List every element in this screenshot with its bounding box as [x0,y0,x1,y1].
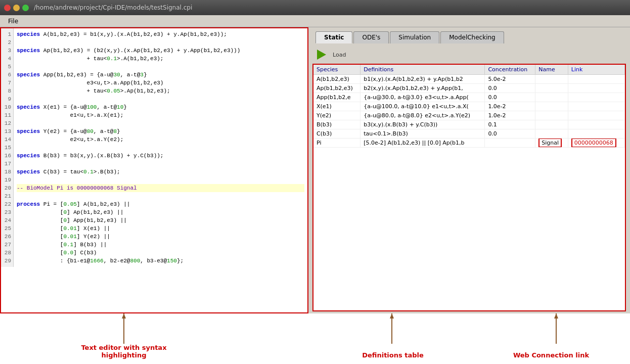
code-line-5 [17,63,304,71]
svg-marker-3 [390,313,394,318]
table-row: B(b3)b3(x,y).(x.B(b3) + y.C(b3))0.1 [313,120,625,129]
code-line-23: [0] Ap(b1,b2,e3) || [17,208,304,216]
table-body: A(b1,b2,e3)b1(x,y).(x.A(b1,b2,e3) + y.Ap… [313,75,625,148]
cell-definitions: {a-u@100.0, a-t@10.0} e1<u,t>.a.X( [361,102,485,111]
code-line-20: -- BioModel Pi is 00000000068 Signal [17,184,304,192]
table-container: Species Definitions Concentration Name L… [312,64,626,311]
col-name: Name [535,65,568,75]
cell-name: Signal [535,139,568,148]
code-line-10: species X(e1) = {a-u@100, a-t@10} [17,103,304,111]
code-line-21 [17,192,304,200]
table-row: Ap(b1,b2,e3)b2(x,y).(x.Ap(b1,b2,e3) + y.… [313,84,625,93]
code-line-4: + tau<0.1>.A(b1,b2,e3); [17,55,304,63]
cell-species: Ap(b1,b2,e3) [313,84,361,93]
cell-name [535,120,568,129]
code-line-12 [17,119,304,127]
cell-concentration: 0.0 [485,84,535,93]
cell-species: App(b1,b2,e [313,93,361,102]
tab-static[interactable]: Static [316,31,352,43]
play-icon [317,50,326,60]
code-line-6: species App(b1,b2,e3) = {a-u@30, a-t@3} [17,71,304,79]
code-line-24: [0] App(b1,b2,e3) || [17,216,304,224]
cell-concentration: 0.1 [485,120,535,129]
table-row: Pi[5.0e-2] A(b1,b2,e3) || [0.0] Ap(b1,bS… [313,139,625,148]
window-title: /home/andrew/project/Cpi-IDE/models/test… [34,4,192,11]
menu-bar: File [0,15,630,27]
annotation-link: Web Connection link [496,351,607,359]
cell-species: B(b3) [313,120,361,129]
cell-concentration: 1.0e-2 [485,111,535,120]
cell-species: C(b3) [313,129,361,139]
cell-name [535,111,568,120]
table-row: C(b3)tau<0.1>.B(b3)0.0 [313,129,625,139]
table-header-row: Species Definitions Concentration Name L… [313,65,625,75]
tab-simulation[interactable]: Simulation [390,31,439,43]
code-line-9 [17,95,304,103]
cell-definitions: b1(x,y).(x.A(b1,b2,e3) + y.Ap(b1,b2 [361,75,485,84]
code-line-16: species B(b3) = b3(x,y).(x.B(b3) + y.C(b… [17,152,304,160]
right-panel: Static ODE's Simulation ModelChecking Lo… [308,27,630,313]
code-line-26: [0.01] Y(e2) || [17,233,304,241]
code-area[interactable]: species A(b1,b2,e3) = b1(x,y).(x.A(b1,b2… [14,28,307,267]
cell-species: X(e1) [313,102,361,111]
code-line-22: process Pi = [0.05] A(b1,b2,e3) || [17,200,304,208]
tab-modelchecking[interactable]: ModelChecking [440,31,504,43]
code-line-17 [17,160,304,168]
cell-link[interactable]: 00000000068 [568,139,624,148]
cell-species: A(b1,b2,e3) [313,75,361,84]
code-line-15 [17,144,304,152]
cell-link [568,93,624,102]
load-label: Load [333,52,346,58]
col-link: Link [568,65,624,75]
code-line-2 [17,38,304,47]
minimize-button[interactable] [13,5,20,11]
cell-concentration [485,139,535,148]
code-line-25: [0.01] X(e1) || [17,224,304,233]
cell-species: Pi [313,139,361,148]
code-line-11: e1<u,t>.a.X(e1); [17,111,304,119]
maximize-button[interactable] [22,5,29,11]
tab-odes[interactable]: ODE's [353,31,389,43]
col-species: Species [313,65,361,75]
window-controls[interactable] [4,5,29,11]
file-menu[interactable]: File [4,17,22,26]
cell-link [568,120,624,129]
load-play-button[interactable] [314,48,329,62]
code-line-1: species A(b1,b2,e3) = b1(x,y).(x.A(b1,b2… [17,30,304,38]
annotation-area: Text editor with syntax highlighting Def… [0,313,630,364]
cell-definitions: tau<0.1>.B(b3) [361,129,485,139]
cell-name [535,102,568,111]
code-line-8: + tau<0.05>.Ap(b1,b2,e3); [17,87,304,95]
cell-link [568,84,624,93]
svg-marker-1 [122,313,126,318]
close-button[interactable] [4,5,11,11]
tabs-bar: Static ODE's Simulation ModelChecking [310,29,628,43]
cell-definitions: {a-u@80.0, a-t@8.0} e2<u,t>.a.Y(e2) [361,111,485,120]
line-numbers: 12345 678910 1112131415 1617181920 21222… [1,28,14,267]
definitions-table: Species Definitions Concentration Name L… [313,65,625,148]
cell-link [568,129,624,139]
cell-name [535,75,568,84]
code-line-13: species Y(e2) = {a-u@80, a-t@8} [17,127,304,135]
annotation-editor: Text editor with syntax highlighting [66,344,182,359]
cell-definitions: b2(x,y).(x.Ap(b1,b2,e3) + y.App(b1, [361,84,485,93]
cell-name [535,84,568,93]
cell-concentration: 5.0e-2 [485,75,535,84]
code-line-29: : {b1-e1@1666, b2-e2@800, b3-e3@150}; [17,257,304,265]
cell-definitions: {a-u@30.0, a-t@3.0} e3<u,t>.a.App( [361,93,485,102]
table-row: Y(e2){a-u@80.0, a-t@8.0} e2<u,t>.a.Y(e2)… [313,111,625,120]
code-line-19 [17,176,304,184]
cell-link [568,75,624,84]
svg-marker-5 [554,313,558,318]
cell-name [535,129,568,139]
code-line-27: [0.1] B(b3) || [17,241,304,249]
col-definitions: Definitions [361,65,485,75]
editor-panel[interactable]: 12345 678910 1112131415 1617181920 21222… [0,27,308,313]
cell-link [568,102,624,111]
code-line-14: e2<u,t>.a.Y(e2); [17,135,304,144]
title-bar: /home/andrew/project/Cpi-IDE/models/test… [0,0,630,15]
code-line-7: e3<u,t>.a.App(b1,b2,e3) [17,79,304,87]
cell-concentration: 1.0e-2 [485,102,535,111]
cell-species: Y(e2) [313,111,361,120]
cell-name [535,93,568,102]
